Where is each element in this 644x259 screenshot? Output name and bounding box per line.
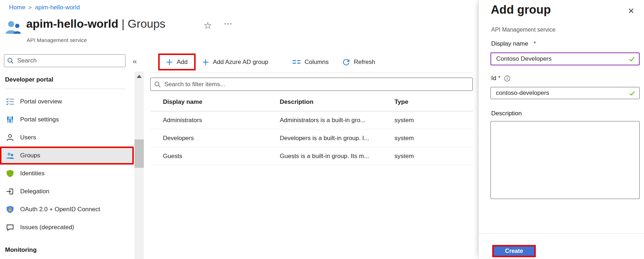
sidebar-item-label: Issues (deprecated) — [20, 218, 74, 236]
add-button-label: Add — [177, 59, 187, 66]
create-button-annotation: Create — [492, 245, 536, 257]
panel-title: Add group — [491, 3, 551, 17]
display-name-label: Display name* — [491, 40, 536, 47]
create-button[interactable]: Create — [494, 246, 534, 256]
cell-description: Guests is a built-in group. Its m... — [280, 147, 369, 165]
id-label: Id* — [491, 75, 510, 82]
info-icon[interactable] — [504, 75, 510, 82]
scrollbar-up-arrow-icon[interactable] — [134, 71, 144, 81]
valid-check-icon — [629, 91, 635, 96]
refresh-icon — [342, 59, 350, 66]
portal-overview-icon — [6, 98, 14, 106]
add-azure-ad-group-button[interactable]: Add Azure AD group — [202, 54, 268, 71]
cell-display-name: Guests — [163, 147, 182, 165]
breadcrumb-current-link[interactable]: apim-hello-world — [35, 4, 80, 11]
delegation-icon — [6, 188, 14, 195]
add-button[interactable]: Add — [158, 54, 196, 70]
groups-icon — [6, 152, 14, 159]
column-header-type: Type — [394, 98, 408, 106]
refresh-label: Refresh — [354, 59, 375, 66]
sidebar-item-issues[interactable]: Issues (deprecated) — [0, 218, 134, 236]
cell-type: system — [394, 147, 414, 165]
sidebar-item-label: Portal settings — [20, 111, 59, 129]
valid-check-icon — [629, 57, 635, 61]
sidebar-item-label: Identities — [20, 165, 45, 182]
display-name-field — [490, 52, 640, 65]
sidebar-item-delegation[interactable]: Delegation — [0, 182, 134, 200]
search-icon — [7, 57, 14, 64]
identities-shield-icon — [6, 170, 14, 177]
table-row-guests[interactable]: Guests Guests is a built-in group. Its m… — [150, 147, 473, 165]
sidebar-item-label: Groups — [20, 148, 40, 163]
more-options-icon[interactable]: ⋯ — [224, 19, 233, 29]
page-subtitle: API Management service — [27, 37, 87, 43]
cell-type: system — [394, 111, 414, 129]
description-textarea[interactable] — [490, 121, 640, 199]
section-developer-portal: Developer portal — [5, 76, 53, 83]
commandbar-divider — [150, 73, 473, 73]
sidebar-item-identities[interactable]: Identities — [0, 165, 134, 182]
display-name-input[interactable] — [495, 55, 626, 63]
sidebar-item-portal-overview[interactable]: Portal overview — [0, 93, 134, 111]
cell-display-name: Developers — [163, 129, 194, 147]
breadcrumb: Home>apim-hello-world — [9, 4, 80, 11]
table-row-developers[interactable]: Developers Developers is a built-in grou… — [150, 129, 473, 147]
page-title: apim-hello-world | Groups — [26, 17, 165, 31]
columns-button[interactable]: Columns — [293, 54, 329, 71]
page-title-suffix: | Groups — [122, 17, 165, 30]
menu-collapse-icon[interactable]: « — [133, 57, 137, 65]
refresh-button[interactable]: Refresh — [342, 54, 375, 71]
description-label: Description — [491, 110, 522, 117]
sidebar-item-label: Delegation — [20, 182, 49, 200]
sidebar-item-users[interactable]: Users — [0, 129, 134, 147]
sidebar-item-label: OAuth 2.0 + OpenID Connect — [20, 200, 100, 218]
column-header-display-name: Display name — [163, 98, 202, 106]
section-monitoring: Monitoring — [5, 246, 37, 254]
id-input[interactable] — [495, 89, 626, 97]
plus-icon — [202, 59, 209, 65]
groups-resource-icon — [5, 19, 21, 35]
azure-portal-page: Home>apim-hello-world apim-hello-world |… — [0, 0, 644, 259]
cell-display-name: Administrators — [163, 111, 202, 129]
filter-items-input[interactable] — [164, 80, 469, 88]
scrollbar-thumb[interactable] — [134, 139, 144, 168]
issues-speech-bubble-icon — [6, 223, 14, 231]
column-header-description: Description — [280, 98, 314, 106]
oauth-shield-lock-icon — [6, 205, 14, 213]
table-row-administrators[interactable]: Administrators Administrators is a built… — [150, 111, 473, 129]
portal-settings-icon — [6, 116, 14, 124]
favorite-star-icon[interactable]: ☆ — [204, 20, 212, 31]
add-azure-ad-group-label: Add Azure AD group — [213, 59, 268, 66]
required-asterisk: * — [534, 40, 536, 47]
table-header-row: Display name Description Type — [150, 96, 473, 111]
plus-icon — [166, 59, 173, 65]
sidebar-item-portal-settings[interactable]: Portal settings — [0, 111, 134, 129]
sidebar-item-groups[interactable]: Groups — [0, 147, 134, 165]
breadcrumb-chevron-icon: > — [28, 4, 32, 10]
sidebar-item-label: Portal overview — [20, 93, 62, 111]
filter-search — [150, 78, 473, 91]
sidebar-scrollbar[interactable] — [134, 71, 144, 259]
sidebar-divider — [5, 89, 125, 89]
search-icon — [154, 81, 161, 88]
sidebar-search-input[interactable] — [17, 57, 122, 65]
breadcrumb-home-link[interactable]: Home — [9, 4, 25, 11]
required-asterisk: * — [498, 75, 501, 82]
sidebar-item-oauth[interactable]: OAuth 2.0 + OpenID Connect — [0, 200, 134, 218]
sidebar-search — [4, 54, 125, 67]
sidebar-item-label: Users — [20, 129, 36, 147]
cell-type: system — [394, 129, 414, 147]
panel-footer-divider — [479, 233, 644, 234]
panel-subtitle: API Management service — [491, 27, 556, 33]
columns-label: Columns — [305, 59, 329, 66]
add-group-panel: Add group ✕ API Management service Displ… — [478, 0, 644, 259]
cell-description: Developers is a built-in group. I... — [280, 129, 369, 147]
id-field — [490, 87, 640, 99]
users-icon — [6, 134, 14, 142]
resource-menu: Portal overview Portal settings Users — [0, 93, 134, 236]
close-icon[interactable]: ✕ — [628, 6, 634, 16]
columns-icon — [293, 59, 301, 65]
cell-description: Administrators is a built-in gro... — [280, 111, 365, 129]
